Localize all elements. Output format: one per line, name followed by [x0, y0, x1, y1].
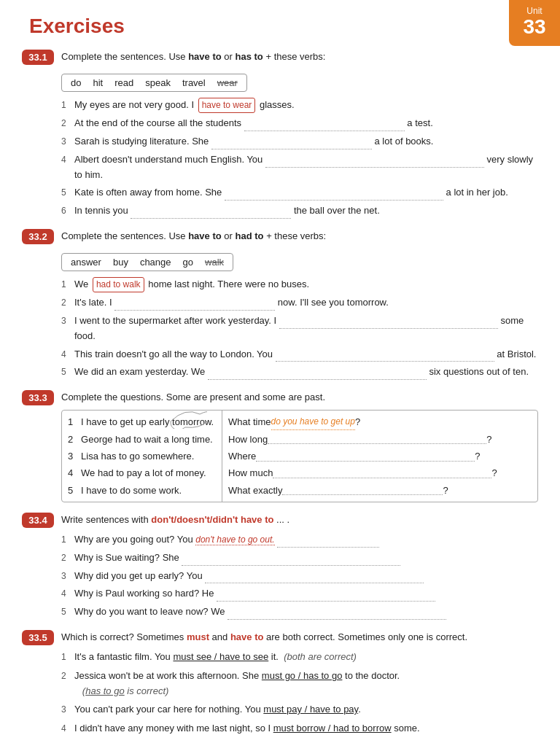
section-badge-331: 33.1 [22, 50, 54, 65]
section-badge-334: 33.4 [22, 513, 54, 528]
section-instruction-334: Write sentences with don't/doesn't/didn'… [61, 513, 538, 527]
list-item: 2 Why is Sue waiting? She [61, 551, 538, 566]
questions-table-333: 1 I have to get up early tomorrow. 2 Geo… [61, 410, 538, 502]
answer-331-1: have to wear [198, 98, 256, 113]
questions-right: What time do you have to get up ? How lo… [222, 411, 537, 502]
answer-332-1: had to walk [93, 277, 144, 292]
list-item: 5 Why do you want to leave now? We [61, 604, 538, 620]
list-item: 2 At the end of the course all the stude… [61, 116, 538, 131]
section-335: 33.5 Which is correct? Sometimes must an… [22, 630, 538, 743]
section-instruction-335: Which is correct? Sometimes must and hav… [61, 630, 538, 645]
list-item: 4 Albert doesn't understand much English… [61, 152, 538, 183]
unit-badge: Unit 33 [509, 0, 560, 46]
list-item: 4 This train doesn't go all the way to L… [61, 347, 538, 362]
unit-label: Unit [509, 6, 560, 16]
exercise-items-335: 1 It's a fantastic film. You must see / … [61, 650, 538, 743]
list-item: 3 Why did you get up early? You [61, 569, 538, 584]
list-item: 1 My eyes are not very good. I have to w… [61, 98, 538, 113]
list-item: 2 Jessica won't be at work this afternoo… [61, 669, 538, 699]
section-badge-333: 33.3 [22, 390, 54, 405]
section-instruction-333: Complete the questions. Some are present… [61, 390, 538, 405]
list-item: 5 Kate is often away from home. She a lo… [61, 185, 538, 201]
section-331: 33.1 Complete the sentences. Use have to… [22, 50, 538, 219]
exercise-items-334: 1 Why are you going out? You don't have … [61, 532, 538, 620]
list-item: 1 It's a fantastic film. You must see / … [61, 650, 538, 665]
list-item: 2 It's late. I now. I'll see you tomorro… [61, 295, 538, 311]
list-item: 4 I didn't have any money with me last n… [61, 721, 538, 736]
section-333: 33.3 Complete the questions. Some are pr… [22, 390, 538, 502]
exercise-items-331: 1 My eyes are not very good. I have to w… [61, 98, 538, 219]
list-item: 3 You can't park your car here for nothi… [61, 702, 538, 717]
section-instruction-332: Complete the sentences. Use have to or h… [61, 229, 538, 244]
section-334: 33.4 Write sentences with don't/doesn't/… [22, 513, 538, 620]
section-instruction-331: Complete the sentences. Use have to or h… [61, 50, 538, 64]
list-item: 6 In tennis you the ball over the net. [61, 203, 538, 219]
exercise-items-332: 1 We had to walk home last night. There … [61, 277, 538, 380]
verb-box-331: do hit read speak travel wear [61, 74, 247, 92]
verb-box-332: answer buy change go walk [61, 253, 233, 271]
list-item: 3 Sarah is studying literature. She a lo… [61, 134, 538, 149]
list-item: 5 We did an exam yesterday. We six quest… [61, 365, 538, 380]
list-item: 5 I eat too much chocolate. I really mus… [61, 740, 538, 743]
list-item: 1 Why are you going out? You don't have … [61, 532, 538, 548]
list-item: 1 We had to walk home last night. There … [61, 277, 538, 292]
section-badge-332: 33.2 [22, 229, 54, 244]
list-item: 3 I went to the supermarket after work y… [61, 314, 538, 344]
page-title: Exercises [29, 15, 538, 38]
unit-number: 33 [509, 16, 560, 39]
section-332: 33.2 Complete the sentences. Use have to… [22, 229, 538, 380]
list-item: 4 Why is Paul working so hard? He [61, 586, 538, 602]
section-badge-335: 33.5 [22, 630, 54, 645]
